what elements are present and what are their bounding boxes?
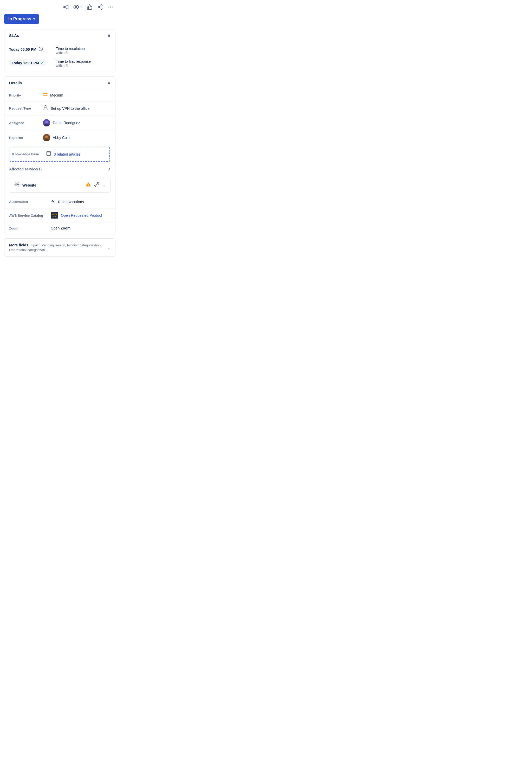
svg-line-26	[18, 186, 19, 186]
zoom-label: Zoom	[9, 226, 51, 230]
details-section: Details ∧ Priority Medium Request Type	[4, 76, 115, 234]
status-label: In Progress	[8, 17, 31, 21]
svg-point-9	[112, 7, 113, 8]
status-chevron: ▾	[33, 17, 35, 21]
kb-value[interactable]: 3 related articles	[54, 152, 81, 156]
sla-resolution-title: Time to resolution	[56, 47, 85, 51]
request-type-value: Set up VPN to the office	[51, 106, 89, 111]
svg-point-2	[101, 5, 102, 6]
sla-first-response-subtitle: within 4h	[56, 63, 91, 67]
automation-label: Automation	[9, 200, 51, 204]
sla-desc-resolution: Time to resolution within 8h	[56, 47, 85, 55]
priority-icon	[43, 93, 48, 98]
website-expand-icon[interactable]: ⌄	[102, 183, 106, 187]
sla-time-first-response: Today 12:31 PM ✓	[9, 59, 51, 66]
svg-point-22	[16, 184, 18, 185]
svg-line-33	[96, 183, 98, 185]
aws-icon: aws «»	[51, 212, 58, 218]
sla-collapse-icon[interactable]: ∧	[107, 33, 111, 38]
svg-point-8	[110, 7, 111, 8]
detail-reporter-row: Reporter Abby Cole	[4, 130, 115, 145]
more-icon[interactable]	[108, 4, 113, 10]
sla-check-icon: ✓	[41, 60, 44, 65]
detail-priority-row: Priority Medium	[4, 89, 115, 101]
assignee-name: Dante Rodriguez	[53, 121, 80, 125]
sla-first-response-badge: Today 12:31 PM ✓	[9, 59, 47, 66]
svg-line-29	[15, 186, 16, 186]
sla-desc-first-response: Time to first response within 4h	[56, 59, 91, 67]
detail-reporter-label: Reporter	[9, 136, 43, 140]
more-fields-row[interactable]: More fields Impact, Pending reason, Prod…	[4, 238, 115, 256]
knowledge-base-dashed-box[interactable]: Knowledge base 3 related articles	[10, 147, 110, 161]
unlink-icon[interactable]	[94, 182, 99, 188]
knowledge-base-row[interactable]: Knowledge base 3 related articles	[10, 147, 109, 161]
share-icon[interactable]	[97, 4, 103, 10]
megaphone-icon[interactable]	[63, 4, 69, 10]
warning-icon[interactable]	[86, 182, 91, 188]
zoom-value: Open Zoom	[51, 226, 70, 230]
sla-resolution-subtitle: within 8h	[56, 51, 85, 55]
detail-request-type-row: Request Type Set up VPN to the office	[4, 101, 115, 115]
detail-kb-label: Knowledge base	[12, 152, 46, 156]
zoom-open-prefix: Open Zoom	[51, 226, 70, 230]
automation-value: Rule executions	[51, 199, 84, 205]
sla-title: SLAs	[9, 33, 19, 38]
svg-rect-11	[43, 93, 48, 94]
affected-services-chevron[interactable]: ∧	[108, 167, 111, 171]
sla-resolution-time: Today 05:00 PM	[9, 47, 36, 51]
detail-assignee-row: Assignee Dante Rodriguez	[4, 115, 115, 130]
website-row: Website ⌄	[9, 178, 111, 192]
watch-count: 1	[80, 5, 82, 9]
detail-assignee-label: Assignee	[9, 121, 43, 125]
svg-line-6	[99, 6, 101, 7]
more-fields-label: More fields	[9, 243, 28, 247]
assignee-avatar	[43, 119, 50, 126]
aws-link[interactable]: Open Requested Product	[61, 213, 102, 217]
details-body: Priority Medium Request Type	[4, 89, 115, 234]
more-fields-chevron[interactable]: ⌄	[107, 245, 111, 249]
automation-icon	[51, 199, 55, 205]
svg-line-5	[99, 7, 101, 8]
svg-point-3	[98, 6, 100, 8]
svg-point-14	[45, 121, 48, 123]
reporter-name: Abby Cole	[53, 135, 70, 140]
zoom-bold-text[interactable]: Zoom	[61, 226, 70, 230]
svg-marker-34	[51, 199, 55, 203]
detail-kb-value[interactable]: 3 related articles	[46, 151, 81, 157]
detail-assignee-value: Dante Rodriguez	[43, 119, 80, 126]
status-button[interactable]: In Progress ▾	[4, 14, 39, 24]
svg-point-32	[88, 185, 89, 186]
website-left: Website	[14, 182, 36, 189]
detail-priority-value: Medium	[43, 93, 63, 98]
svg-point-1	[75, 6, 77, 8]
toolbar: 1	[4, 4, 115, 10]
reporter-avatar	[43, 134, 50, 141]
website-right: ⌄	[86, 182, 106, 188]
aws-value: aws «» Open Requested Product	[51, 212, 102, 218]
affected-services-label: Affected service(s)	[9, 167, 42, 171]
sla-section: SLAs ∧ Today 05:00 PM Time to resolution…	[4, 29, 115, 72]
sla-first-response-title: Time to first response	[56, 59, 91, 63]
details-section-header: Details ∧	[4, 77, 115, 89]
aws-label: AWS Service Catalog	[9, 214, 51, 217]
zoom-row: Zoom Open Zoom	[4, 222, 115, 234]
details-title: Details	[9, 81, 22, 85]
svg-point-4	[101, 8, 102, 9]
sla-row-first-response: Today 12:31 PM ✓ Time to first response …	[9, 59, 111, 67]
svg-line-30	[18, 183, 19, 183]
svg-rect-12	[43, 95, 48, 96]
automation-value-text: Rule executions	[58, 200, 84, 204]
website-icon	[14, 182, 20, 189]
details-collapse-icon[interactable]: ∧	[107, 80, 111, 85]
sla-time-resolution: Today 05:00 PM	[9, 47, 51, 52]
watch-icon[interactable]: 1	[73, 4, 82, 10]
svg-rect-19	[47, 152, 51, 156]
sla-body: Today 05:00 PM Time to resolution within…	[4, 42, 115, 72]
more-fields-content: More fields Impact, Pending reason, Prod…	[9, 243, 107, 252]
website-name: Website	[22, 183, 36, 187]
sla-section-header: SLAs ∧	[4, 29, 115, 42]
aws-row: AWS Service Catalog aws «» Open Requeste…	[4, 209, 115, 222]
affected-services-header: Affected service(s) ∧	[4, 163, 115, 175]
like-icon[interactable]	[87, 4, 93, 10]
detail-request-type-label: Request Type	[9, 106, 43, 110]
